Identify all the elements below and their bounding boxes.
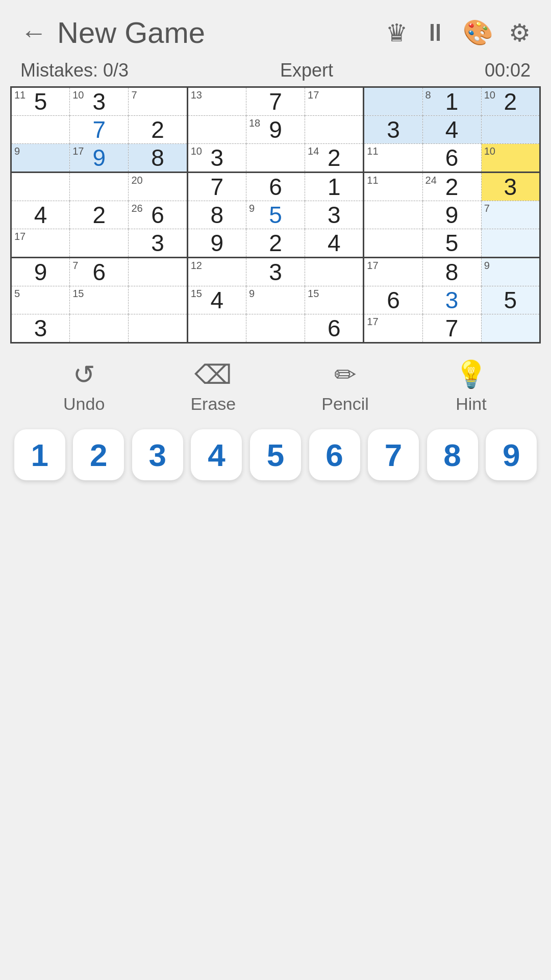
cell-r2-c1[interactable]: 179 bbox=[70, 144, 129, 173]
cell-r4-c5[interactable]: 3 bbox=[305, 201, 364, 229]
cell-r8-c4[interactable] bbox=[246, 314, 305, 343]
cell-r2-c6[interactable]: 11 bbox=[364, 144, 422, 173]
cell-r8-c2[interactable] bbox=[129, 314, 187, 343]
cell-r2-c8[interactable]: 10 bbox=[481, 144, 540, 173]
pause-icon[interactable]: ⏸ bbox=[423, 18, 447, 46]
cell-r0-c3[interactable]: 13 bbox=[187, 87, 246, 116]
cell-r0-c8[interactable]: 102 bbox=[481, 87, 540, 116]
cell-r5-c6[interactable] bbox=[364, 229, 422, 258]
num-btn-7[interactable]: 7 bbox=[368, 429, 419, 480]
cell-r4-c3[interactable]: 8 bbox=[187, 201, 246, 229]
cell-r7-c5[interactable]: 15 bbox=[305, 286, 364, 314]
cell-r6-c1[interactable]: 76 bbox=[70, 258, 129, 286]
corner-num-r6-c3: 12 bbox=[191, 260, 202, 272]
cell-r3-c2[interactable]: 20 bbox=[129, 173, 187, 201]
cell-r3-c0[interactable] bbox=[11, 173, 70, 201]
cell-r8-c0[interactable]: 3 bbox=[11, 314, 70, 343]
crown-icon[interactable]: ♛ bbox=[386, 18, 408, 47]
cell-r6-c7[interactable]: 8 bbox=[422, 258, 481, 286]
cell-r4-c7[interactable]: 9 bbox=[422, 201, 481, 229]
palette-icon[interactable]: 🎨 bbox=[463, 18, 493, 47]
cell-r6-c6[interactable]: 17 bbox=[364, 258, 422, 286]
cell-r1-c7[interactable]: 4 bbox=[422, 116, 481, 144]
cell-r6-c0[interactable]: 9 bbox=[11, 258, 70, 286]
cell-r1-c6[interactable]: 3 bbox=[364, 116, 422, 144]
cell-r5-c3[interactable]: 9 bbox=[187, 229, 246, 258]
cell-r7-c7[interactable]: 3 bbox=[422, 286, 481, 314]
cell-r5-c7[interactable]: 5 bbox=[422, 229, 481, 258]
cell-r7-c3[interactable]: 154 bbox=[187, 286, 246, 314]
cell-r5-c2[interactable]: 3 bbox=[129, 229, 187, 258]
cell-r8-c8[interactable] bbox=[481, 314, 540, 343]
pencil-button[interactable]: ✏ Pencil bbox=[321, 359, 369, 414]
undo-button[interactable]: ↺ Undo bbox=[63, 359, 105, 414]
cell-r7-c1[interactable]: 15 bbox=[70, 286, 129, 314]
cell-r1-c5[interactable] bbox=[305, 116, 364, 144]
cell-r6-c8[interactable]: 9 bbox=[481, 258, 540, 286]
cell-r8-c7[interactable]: 7 bbox=[422, 314, 481, 343]
cell-r3-c4[interactable]: 6 bbox=[246, 173, 305, 201]
cell-r0-c5[interactable]: 17 bbox=[305, 87, 364, 116]
cell-r2-c5[interactable]: 142 bbox=[305, 144, 364, 173]
cell-r3-c8[interactable]: 3 bbox=[481, 173, 540, 201]
cell-r3-c7[interactable]: 242 bbox=[422, 173, 481, 201]
cell-r4-c2[interactable]: 266 bbox=[129, 201, 187, 229]
erase-button[interactable]: ⌫ Erase bbox=[190, 359, 236, 414]
cell-r6-c2[interactable] bbox=[129, 258, 187, 286]
settings-icon[interactable]: ⚙ bbox=[509, 18, 531, 47]
cell-r3-c6[interactable]: 11 bbox=[364, 173, 422, 201]
cell-r8-c5[interactable]: 6 bbox=[305, 314, 364, 343]
cell-r1-c2[interactable]: 2 bbox=[129, 116, 187, 144]
cell-r1-c3[interactable] bbox=[187, 116, 246, 144]
cell-r7-c0[interactable]: 5 bbox=[11, 286, 70, 314]
cell-r2-c0[interactable]: 9 bbox=[11, 144, 70, 173]
cell-r3-c3[interactable]: 7 bbox=[187, 173, 246, 201]
cell-r2-c2[interactable]: 8 bbox=[129, 144, 187, 173]
cell-r7-c8[interactable]: 5 bbox=[481, 286, 540, 314]
num-btn-9[interactable]: 9 bbox=[486, 429, 537, 480]
cell-r0-c6[interactable] bbox=[364, 87, 422, 116]
cell-r2-c3[interactable]: 103 bbox=[187, 144, 246, 173]
cell-r2-c4[interactable] bbox=[246, 144, 305, 173]
cell-r0-c1[interactable]: 103 bbox=[70, 87, 129, 116]
cell-r1-c8[interactable] bbox=[481, 116, 540, 144]
cell-r4-c6[interactable] bbox=[364, 201, 422, 229]
cell-r1-c1[interactable]: 7 bbox=[70, 116, 129, 144]
cell-r1-c4[interactable]: 189 bbox=[246, 116, 305, 144]
cell-r8-c3[interactable] bbox=[187, 314, 246, 343]
cell-r6-c3[interactable]: 12 bbox=[187, 258, 246, 286]
cell-r1-c0[interactable] bbox=[11, 116, 70, 144]
num-btn-8[interactable]: 8 bbox=[427, 429, 478, 480]
cell-r8-c1[interactable] bbox=[70, 314, 129, 343]
cell-r5-c0[interactable]: 17 bbox=[11, 229, 70, 258]
cell-r5-c8[interactable] bbox=[481, 229, 540, 258]
cell-r5-c1[interactable] bbox=[70, 229, 129, 258]
cell-r8-c6[interactable]: 17 bbox=[364, 314, 422, 343]
num-btn-3[interactable]: 3 bbox=[132, 429, 183, 480]
cell-r2-c7[interactable]: 6 bbox=[422, 144, 481, 173]
cell-r3-c1[interactable] bbox=[70, 173, 129, 201]
back-button[interactable]: ← bbox=[20, 17, 47, 48]
num-btn-5[interactable]: 5 bbox=[250, 429, 301, 480]
cell-r0-c4[interactable]: 7 bbox=[246, 87, 305, 116]
cell-r7-c4[interactable]: 9 bbox=[246, 286, 305, 314]
cell-r7-c6[interactable]: 6 bbox=[364, 286, 422, 314]
cell-r0-c7[interactable]: 81 bbox=[422, 87, 481, 116]
cell-r6-c4[interactable]: 3 bbox=[246, 258, 305, 286]
cell-r4-c0[interactable]: 4 bbox=[11, 201, 70, 229]
cell-r4-c8[interactable]: 7 bbox=[481, 201, 540, 229]
num-btn-1[interactable]: 1 bbox=[14, 429, 65, 480]
num-btn-6[interactable]: 6 bbox=[309, 429, 360, 480]
cell-r0-c0[interactable]: 115 bbox=[11, 87, 70, 116]
cell-r5-c4[interactable]: 2 bbox=[246, 229, 305, 258]
cell-r4-c4[interactable]: 95 bbox=[246, 201, 305, 229]
num-btn-4[interactable]: 4 bbox=[191, 429, 242, 480]
cell-r0-c2[interactable]: 7 bbox=[129, 87, 187, 116]
cell-r5-c5[interactable]: 4 bbox=[305, 229, 364, 258]
num-btn-2[interactable]: 2 bbox=[73, 429, 124, 480]
cell-r6-c5[interactable] bbox=[305, 258, 364, 286]
cell-r3-c5[interactable]: 1 bbox=[305, 173, 364, 201]
hint-button[interactable]: 💡 Hint bbox=[455, 359, 488, 414]
cell-r4-c1[interactable]: 2 bbox=[70, 201, 129, 229]
cell-r7-c2[interactable] bbox=[129, 286, 187, 314]
